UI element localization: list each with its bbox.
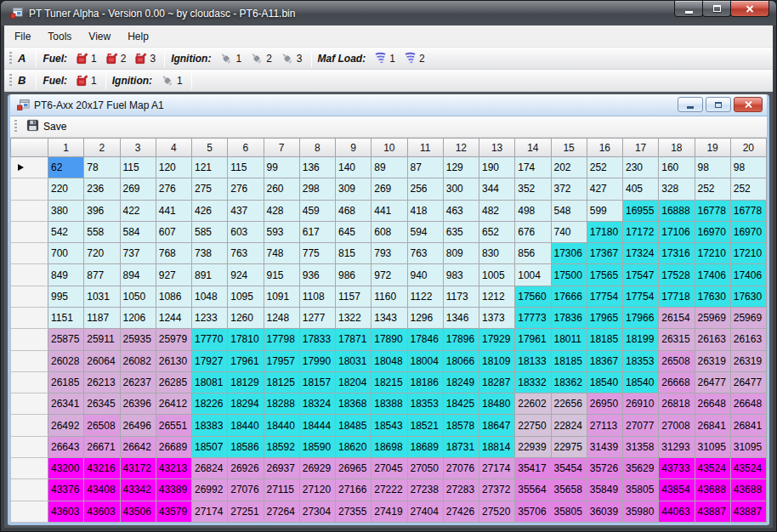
grid-cell[interactable]: 768 [156,243,191,264]
grid-cell[interactable]: 763 [407,243,443,264]
grid-cell[interactable]: 584 [120,221,156,242]
grid-cell[interactable]: 459 [299,200,335,221]
grid-cell[interactable]: 31439 [587,436,622,457]
grid-cell[interactable]: 27419 [371,501,407,523]
column-header-1[interactable]: 1 [48,139,84,157]
grid-cell[interactable]: 1157 [336,286,371,307]
grid-cell[interactable]: 18157 [299,371,335,393]
grid-cell[interactable]: 26492 [48,415,84,436]
grid-cell[interactable]: 35805 [551,501,587,523]
column-header-14[interactable]: 14 [515,139,551,157]
grid-cell[interactable]: 26319 [730,350,766,371]
grid-cell[interactable]: 1122 [407,286,443,307]
grid-cell[interactable]: 31095 [695,436,730,457]
grid-cell[interactable]: 256 [407,178,443,200]
grid-cell[interactable]: 593 [264,221,299,242]
grid-cell[interactable]: 18586 [228,436,264,457]
grid-cell[interactable]: 18578 [443,415,479,436]
grid-cell[interactable]: 43524 [730,457,766,478]
toolbar-grip[interactable] [9,74,12,88]
grid-cell[interactable]: 18332 [515,371,551,393]
grid-cell[interactable]: 120 [156,157,191,178]
a-mafload-1-button[interactable]: 1 [370,50,400,66]
grid-cell[interactable]: 498 [515,200,551,221]
grid-cell[interactable]: 26965 [336,457,371,478]
grid-cell[interactable]: 26064 [84,350,120,371]
grid-cell[interactable]: 22939 [515,436,551,457]
grid-cell[interactable]: 300 [443,178,479,200]
grid-cell[interactable]: 27120 [299,479,335,501]
grid-cell[interactable]: 972 [371,264,407,286]
grid-cell[interactable]: 18324 [299,393,335,415]
grid-cell[interactable]: 995 [48,286,84,307]
grid-cell[interactable]: 542 [48,221,84,242]
grid-cell[interactable]: 17718 [659,286,695,307]
grid-cell[interactable]: 18440 [228,415,264,436]
grid-cell[interactable]: 986 [336,264,371,286]
grid-cell[interactable]: 17966 [623,307,659,328]
grid-cell[interactable]: 31293 [659,436,695,457]
grid-cell[interactable]: 380 [48,200,84,221]
row-header[interactable] [11,264,48,286]
a-ignition-3-button[interactable]: 3 [276,50,307,67]
grid-cell[interactable]: 35417 [515,457,551,478]
column-header-12[interactable]: 12 [443,139,479,157]
menu-item-file[interactable]: File [6,26,39,47]
grid-cell[interactable]: 43342 [120,479,156,501]
grid-cell[interactable]: 18543 [371,415,407,436]
grid-cell[interactable]: 18362 [551,371,587,393]
grid-cell[interactable]: 927 [156,264,191,286]
grid-cell[interactable]: 22975 [551,436,587,457]
grid-cell[interactable]: 26477 [695,371,730,393]
grid-cell[interactable]: 25935 [120,329,156,350]
grid-cell[interactable]: 427 [587,178,622,200]
grid-cell[interactable]: 18440 [264,415,299,436]
grid-cell[interactable]: 43733 [659,457,695,478]
b-fuel-1-button[interactable]: 1 [71,72,101,88]
grid-cell[interactable]: 17896 [443,329,479,350]
grid-cell[interactable]: 26648 [695,393,730,415]
row-header[interactable] [11,286,48,307]
grid-cell[interactable]: 830 [479,243,515,264]
grid-cell[interactable]: 422 [120,200,156,221]
grid-cell[interactable]: 26689 [156,436,191,457]
grid-cell[interactable]: 26668 [659,371,695,393]
grid-cell[interactable]: 924 [228,264,264,286]
grid-cell[interactable]: 43603 [84,501,120,523]
grid-cell[interactable]: 18288 [264,393,299,415]
grid-cell[interactable]: 27113 [587,415,622,436]
grid-cell[interactable]: 793 [371,243,407,264]
column-header-6[interactable]: 6 [228,139,264,157]
grid-cell[interactable]: 441 [156,200,191,221]
grid-cell[interactable]: 468 [336,200,371,221]
grid-cell[interactable]: 26926 [228,457,264,478]
grid-cell[interactable]: 121 [192,157,228,178]
child-minimize-button[interactable] [678,97,703,112]
grid-cell[interactable]: 16970 [695,221,730,242]
grid-cell[interactable]: 18353 [623,350,659,371]
grid-cell[interactable]: 1277 [299,307,335,328]
grid-cell[interactable]: 17890 [371,329,407,350]
grid-cell[interactable]: 1346 [443,307,479,328]
grid-cell[interactable]: 16955 [623,200,659,221]
grid-cell[interactable]: 17528 [659,264,695,286]
grid-cell[interactable]: 22602 [515,393,551,415]
grid-cell[interactable]: 35706 [515,501,551,523]
row-header[interactable] [11,457,48,478]
grid-cell[interactable]: 548 [551,200,587,221]
grid-cell[interactable]: 26841 [730,415,766,436]
grid-cell[interactable]: 18689 [407,436,443,457]
grid-cell[interactable]: 1160 [371,286,407,307]
row-header[interactable] [11,221,48,242]
grid-cell[interactable]: 372 [551,178,587,200]
grid-cell[interactable]: 18066 [443,350,479,371]
grid-cell[interactable]: 26285 [156,371,191,393]
grid-cell[interactable]: 99 [264,157,299,178]
grid-cell[interactable]: 18485 [336,415,371,436]
grid-corner-cell[interactable] [11,139,48,157]
row-header[interactable] [11,436,48,457]
grid-cell[interactable]: 17406 [730,264,766,286]
grid-cell[interactable]: 18368 [336,393,371,415]
grid-cell[interactable]: 1233 [192,307,228,328]
grid-cell[interactable]: 190 [479,157,515,178]
